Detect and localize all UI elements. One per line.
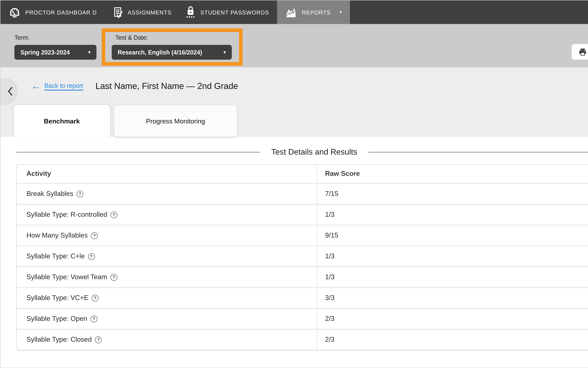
table-row: Syllable Type: R-controlled ? 1/3 — [17, 204, 588, 225]
gauge-icon — [9, 6, 20, 18]
tab-content: Test Details and Results Activity Raw Sc… — [0, 137, 588, 368]
chevron-down-icon: ▾ — [224, 50, 226, 55]
activity-label: Break Syllables — [27, 190, 73, 198]
table-row: Syllable Type: Open ? 2/3 — [17, 308, 588, 329]
lock-icon: **** — [186, 5, 196, 19]
help-icon[interactable]: ? — [110, 274, 117, 281]
filter-bar: Term: Spring 2023-2024 ▾ Test & Date: Re… — [0, 24, 588, 67]
raw-score-value: 1/3 — [317, 246, 588, 266]
table-header-row: Activity Raw Score — [17, 165, 588, 183]
table-row: Syllable Type: Vowel Team ? 1/3 — [17, 266, 588, 287]
nav-item-label: ASSIGNMENTS — [127, 9, 172, 15]
chevron-down-icon: ▾ — [88, 50, 90, 55]
print-button[interactable]: Print — [572, 44, 588, 60]
tab-benchmark[interactable]: Benchmark — [14, 105, 110, 137]
activity-label: Syllable Type: R-controlled — [27, 211, 107, 219]
test-date-dropdown[interactable]: Research, English (4/16/2024) ▾ — [112, 45, 232, 60]
back-to-report-link[interactable]: ← Back to report — [31, 81, 83, 91]
chevron-down-icon: ▾ — [340, 10, 342, 14]
report-area: ← Back to report Last Name, First Name —… — [0, 67, 588, 368]
raw-score-value: 7/15 — [317, 184, 588, 204]
raw-score-value: 1/3 — [317, 267, 588, 287]
activity-label: Syllable Type: Closed — [27, 336, 92, 344]
help-icon[interactable]: ? — [90, 315, 97, 322]
chevron-left-icon — [8, 86, 13, 96]
help-icon[interactable]: ? — [110, 211, 117, 218]
help-icon[interactable]: ? — [88, 253, 95, 260]
password-stars: **** — [186, 16, 195, 19]
student-report-title: Last Name, First Name — 2nd Grade — [96, 81, 238, 91]
report-header: ← Back to report Last Name, First Name —… — [0, 67, 588, 105]
nav-item-student-passwords[interactable]: **** STUDENT PASSWORDS — [180, 0, 277, 24]
nav-item-assignments[interactable]: ASSIGNMENTS — [105, 0, 180, 24]
raw-score-value: 2/3 — [317, 330, 588, 350]
assignments-icon — [113, 6, 123, 18]
table-row: Syllable Type: VC+E ? 3/3 — [17, 287, 588, 308]
raw-score-value: 9/15 — [317, 226, 588, 246]
raw-score-value: 3/3 — [317, 288, 588, 308]
nav-item-label: REPORTS — [302, 9, 331, 15]
tab-progress-monitoring[interactable]: Progress Monitoring — [114, 105, 237, 137]
raw-score-value: 1/3 — [317, 205, 588, 225]
test-date-filter-group: Test & Date: Research, English (4/16/202… — [112, 24, 232, 67]
help-icon[interactable]: ? — [77, 191, 83, 197]
app-window: PROCTOR DASHBOAR D ASSIGNMENTS **** — [0, 0, 588, 368]
nav-item-proctor-dashboard[interactable]: PROCTOR DASHBOAR D — [0, 0, 105, 24]
top-nav-bar: PROCTOR DASHBOAR D ASSIGNMENTS **** — [0, 0, 588, 24]
table-row: Syllable Type: Closed ? 2/3 — [17, 329, 588, 350]
term-dropdown[interactable]: Spring 2023-2024 ▾ — [14, 45, 97, 60]
back-arrow-icon: ← — [31, 81, 41, 91]
table-row: Syllable Type: C+le ? 1/3 — [17, 246, 588, 266]
help-icon[interactable]: ? — [92, 294, 99, 301]
column-header-activity: Activity — [17, 165, 317, 183]
chart-icon — [285, 7, 297, 18]
nav-item-reports[interactable]: REPORTS ▾ — [277, 0, 350, 24]
tab-strip: Benchmark Progress Monitoring — [0, 105, 588, 137]
heading-rule-left — [17, 152, 260, 152]
table-row: How Many Syllables ? 9/15 — [17, 225, 588, 246]
test-date-label: Test & Date: — [115, 34, 232, 41]
activity-label: Syllable Type: Vowel Team — [27, 273, 107, 281]
results-table: Activity Raw Score Break Syllables ? 7/1… — [17, 164, 588, 350]
activity-label: Syllable Type: C+le — [27, 252, 85, 260]
term-dropdown-value: Spring 2023-2024 — [20, 49, 70, 56]
help-icon[interactable]: ? — [91, 232, 98, 239]
activity-label: Syllable Type: Open — [27, 315, 87, 323]
back-link-label: Back to report — [45, 82, 83, 90]
nav-item-label: PROCTOR DASHBOAR D — [25, 9, 97, 15]
test-date-dropdown-value: Research, English (4/16/2024) — [118, 49, 202, 56]
section-heading: Test Details and Results — [17, 147, 588, 156]
heading-rule-right — [368, 152, 588, 152]
activity-label: Syllable Type: VC+E — [27, 294, 89, 302]
nav-item-label: STUDENT PASSWORDS — [200, 9, 269, 15]
section-title: Test Details and Results — [271, 147, 357, 156]
printer-icon — [579, 48, 587, 56]
help-icon[interactable]: ? — [95, 336, 102, 343]
term-filter-group: Term: Spring 2023-2024 ▾ — [14, 24, 97, 67]
raw-score-value: 2/3 — [317, 309, 588, 329]
column-header-raw-score: Raw Score — [317, 165, 588, 183]
term-label: Term: — [14, 34, 97, 41]
activity-label: How Many Syllables — [27, 231, 88, 239]
table-row: Break Syllables ? 7/15 — [17, 183, 588, 204]
